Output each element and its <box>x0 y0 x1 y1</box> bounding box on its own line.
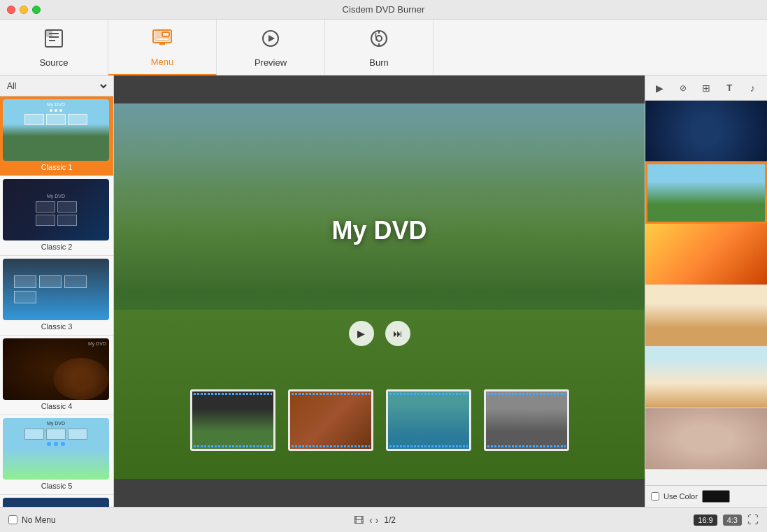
bottom-bar: No Menu 🎞 ‹ › 1/2 16:9 4:3 ⛶ <box>0 507 767 532</box>
template-thumb-classic6: My DVD <box>3 498 109 507</box>
right-toolbar: ▶ ⊘ ⊞ T ♪ <box>645 76 767 101</box>
titlebar: Cisdem DVD Burner <box>0 0 767 20</box>
bg-item-4[interactable] <box>645 285 767 347</box>
tab-preview[interactable]: Preview <box>217 20 325 76</box>
template-label-classic3: Classic 3 <box>3 322 110 332</box>
background-list <box>645 101 767 485</box>
slice-tool-button[interactable]: ⊘ <box>673 78 693 98</box>
navigation-section: 🎞 ‹ › 1/2 <box>354 515 396 526</box>
tab-menu[interactable]: Menu <box>108 20 217 76</box>
main-area: All Classic Modern My DVD <box>0 76 767 507</box>
template-item-classic5[interactable]: My DVD Classic 5 <box>0 415 113 495</box>
expand-icon: ▶ <box>656 82 664 94</box>
preview-title: My DVD <box>331 216 426 245</box>
template-thumb-classic2: My DVD <box>3 179 109 240</box>
template-item-classic4[interactable]: My DVD Classic 4 <box>0 336 113 415</box>
bg-item-6[interactable] <box>645 408 767 470</box>
preview-footer <box>114 479 645 507</box>
maximize-button[interactable] <box>32 6 41 14</box>
preview-header <box>114 76 645 103</box>
filter-bar[interactable]: All Classic Modern <box>0 76 113 96</box>
aspect-169-button[interactable]: 16:9 <box>694 515 717 526</box>
play-button[interactable]: ▶ <box>349 321 374 346</box>
no-menu-label: No Menu <box>22 515 56 525</box>
template-label-classic2: Classic 2 <box>3 243 110 252</box>
background-panel: ▶ ⊘ ⊞ T ♪ Use Color <box>645 76 767 507</box>
preview-background: My DVD ▶ ⏭ <box>114 103 645 479</box>
template-thumb-classic5: My DVD <box>3 418 109 480</box>
source-icon <box>43 27 65 55</box>
preview-thumb-1[interactable] <box>190 389 275 451</box>
svg-rect-8 <box>155 38 169 41</box>
page-indicator: 1/2 <box>384 515 396 525</box>
prev-page-button[interactable]: ‹ <box>369 515 373 526</box>
filter-select[interactable]: All Classic Modern <box>4 80 109 92</box>
app-title: Cisdem DVD Burner <box>343 4 425 15</box>
color-swatch[interactable] <box>702 490 730 503</box>
template-list: My DVD Classic 1 My DVD <box>0 96 113 507</box>
grid-tool-button[interactable]: ⊞ <box>696 78 716 98</box>
slice-icon: ⊘ <box>680 83 687 93</box>
use-color-row: Use Color <box>645 485 767 507</box>
bg-item-5[interactable] <box>645 347 767 408</box>
template-thumb-classic1: My DVD <box>3 99 109 161</box>
preview-icon <box>259 27 282 55</box>
expand-button[interactable]: ▶ <box>650 78 670 98</box>
minimize-button[interactable] <box>20 6 28 14</box>
bg-item-3[interactable] <box>645 224 767 285</box>
text-tool-button[interactable]: T <box>719 78 739 98</box>
aspect-43-button[interactable]: 4:3 <box>723 515 742 526</box>
svg-rect-4 <box>46 31 52 37</box>
template-item-classic1[interactable]: My DVD Classic 1 <box>0 96 113 176</box>
template-label-classic4: Classic 4 <box>3 402 110 412</box>
preview-thumb-3[interactable] <box>386 389 471 451</box>
no-menu-checkbox[interactable] <box>8 515 17 524</box>
close-button[interactable] <box>7 6 15 14</box>
music-tool-button[interactable]: ♪ <box>743 78 762 98</box>
bg-item-2[interactable] <box>645 162 767 224</box>
use-color-label: Use Color <box>664 492 698 501</box>
main-toolbar: Source Menu Preview <box>0 20 767 76</box>
skip-button[interactable]: ⏭ <box>385 321 410 346</box>
skip-icon: ⏭ <box>393 328 403 339</box>
svg-rect-6 <box>155 32 161 36</box>
template-label-classic1: Classic 1 <box>3 163 110 173</box>
menu-label: Menu <box>151 57 174 67</box>
preview-thumb-2[interactable] <box>288 389 373 451</box>
preview-content: My DVD ▶ ⏭ <box>114 103 645 479</box>
template-item-classic2[interactable]: My DVD Classic 2 <box>0 176 113 256</box>
template-item-classic3[interactable]: Classic 3 <box>0 256 113 336</box>
preview-thumb-4[interactable] <box>484 389 569 451</box>
burn-label: Burn <box>369 57 388 68</box>
grid-icon: ⊞ <box>702 82 710 94</box>
template-thumb-classic3 <box>3 259 109 320</box>
next-page-button[interactable]: › <box>375 515 379 526</box>
no-menu-section: No Menu <box>8 515 56 525</box>
aspect-ratio-section: 16:9 4:3 ⛶ <box>694 514 759 526</box>
play-icon: ▶ <box>357 328 365 339</box>
burn-icon <box>368 27 390 55</box>
menu-icon <box>151 27 173 54</box>
text-icon: T <box>726 82 732 93</box>
svg-marker-12 <box>268 35 275 42</box>
preview-thumbnails <box>190 389 569 451</box>
source-label: Source <box>39 57 68 68</box>
template-thumb-classic4: My DVD <box>3 338 109 400</box>
window-controls <box>7 6 41 14</box>
use-color-checkbox[interactable] <box>651 492 659 501</box>
fit-button[interactable]: ⛶ <box>747 514 759 526</box>
preview-area: My DVD ▶ ⏭ <box>114 76 645 507</box>
preview-label: Preview <box>255 57 287 68</box>
music-icon: ♪ <box>750 82 755 94</box>
template-label-classic5: Classic 5 <box>3 482 110 491</box>
template-item-classic6[interactable]: My DVD Classic 6 <box>0 495 113 507</box>
tab-burn[interactable]: Burn <box>325 20 433 76</box>
page-nav: ‹ › <box>369 515 378 526</box>
svg-rect-7 <box>162 32 169 36</box>
template-panel: All Classic Modern My DVD <box>0 76 114 507</box>
bg-item-1[interactable] <box>645 101 767 162</box>
filmstrip-icon[interactable]: 🎞 <box>354 515 364 526</box>
tab-source[interactable]: Source <box>0 20 108 76</box>
